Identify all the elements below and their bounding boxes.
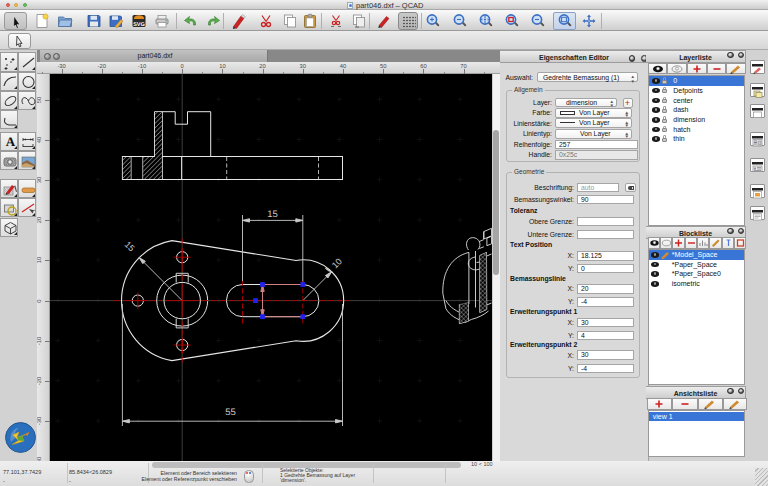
svg-text:SVG: SVG: [133, 22, 145, 28]
svg-text:55: 55: [225, 407, 236, 418]
svg-text:10: 10: [330, 256, 344, 270]
svg-text:15: 15: [123, 239, 137, 253]
svg-text:15: 15: [267, 209, 278, 220]
